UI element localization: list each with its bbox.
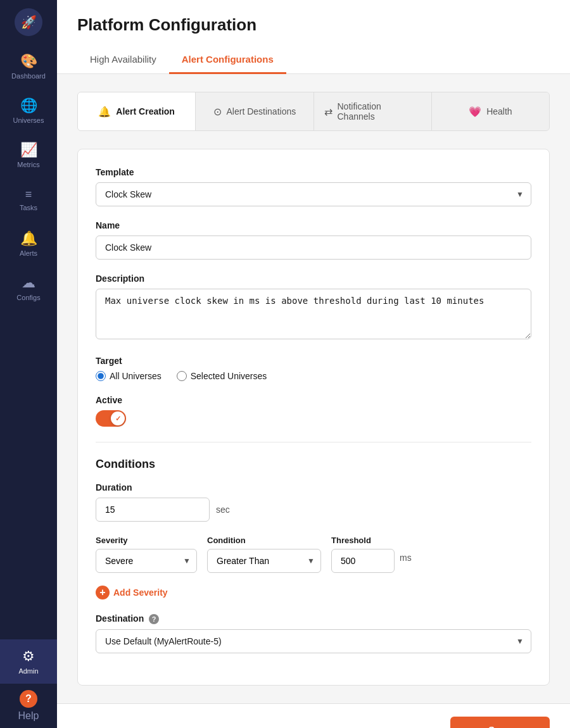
name-label: Name (96, 220, 531, 230)
universes-icon: 🌐 (20, 97, 37, 114)
sidebar-item-configs[interactable]: ☁ Configs (0, 266, 57, 310)
tab-high-availability[interactable]: High Availability (77, 47, 169, 74)
name-group: Name (96, 220, 531, 260)
sidebar-item-label: Alerts (20, 249, 37, 257)
sidebar-item-label: Configs (16, 294, 40, 301)
active-toggle-wrapper: ✓ (96, 410, 531, 427)
add-severity-label: Add Severity (113, 587, 168, 598)
duration-row: sec (96, 498, 531, 522)
tab-alert-creation[interactable]: 🔔 Alert Creation (78, 92, 196, 130)
all-universes-option[interactable]: All Universes (96, 371, 162, 381)
sidebar-item-label: Universes (13, 116, 44, 124)
dashboard-icon: 🎨 (20, 53, 37, 70)
conditions-title: Conditions (96, 458, 531, 471)
notification-channels-icon: ⇄ (324, 106, 332, 118)
threshold-label: Threshold (331, 536, 412, 545)
main-content: Platform Configuration High Availability… (57, 0, 570, 728)
alerts-icon: 🔔 (20, 230, 37, 247)
active-toggle[interactable]: ✓ (96, 410, 126, 427)
tab-alert-destinations[interactable]: ⊙ Alert Destinations (196, 92, 314, 130)
metrics-icon: 📈 (20, 142, 37, 158)
page-footer: Save (57, 703, 570, 728)
severity-select[interactable]: Severe Warning (96, 549, 197, 573)
threshold-col: Threshold ms (331, 536, 412, 573)
destination-group: Destination ? Use Default (MyAlertRoute-… (96, 613, 531, 653)
content-area: 🔔 Alert Creation ⊙ Alert Destinations ⇄ … (57, 74, 570, 703)
template-select[interactable]: Clock Skew (96, 182, 531, 206)
duration-label: Duration (96, 482, 531, 493)
toggle-knob: ✓ (111, 411, 125, 425)
destination-label: Destination ? (96, 613, 531, 624)
sidebar-item-label: Metrics (17, 161, 39, 168)
add-severity-icon: + (96, 586, 110, 599)
sidebar-item-label: Dashboard (11, 72, 46, 80)
selected-universes-radio[interactable] (177, 371, 187, 381)
sidebar-item-dashboard[interactable]: 🎨 Dashboard (0, 44, 57, 89)
template-group: Template Clock Skew ▼ (96, 167, 531, 206)
tab-health[interactable]: 💗 Health (432, 92, 549, 130)
name-input[interactable] (96, 235, 531, 260)
sidebar-item-label: Tasks (20, 204, 37, 211)
toggle-check-icon: ✓ (115, 415, 121, 423)
tab-alert-configurations[interactable]: Alert Configurations (169, 47, 286, 74)
threshold-unit: ms (400, 553, 412, 569)
description-label: Description (96, 273, 531, 284)
page-header: Platform Configuration High Availability… (57, 0, 570, 74)
description-textarea[interactable]: Max universe clock skew in ms is above t… (96, 289, 531, 339)
active-label: Active (96, 395, 531, 405)
target-radio-group: All Universes Selected Universes (96, 371, 531, 381)
destination-info-icon[interactable]: ? (149, 614, 159, 624)
sidebar: 🎨 Dashboard 🌐 Universes 📈 Metrics ≡ Task… (0, 0, 57, 728)
condition-select-wrapper: Greater Than Less Than Equal To ▼ (207, 549, 321, 573)
sidebar-item-tasks[interactable]: ≡ Tasks (0, 177, 57, 222)
sidebar-item-alerts[interactable]: 🔔 Alerts (0, 222, 57, 266)
configs-icon: ☁ (22, 275, 35, 291)
target-group: Target All Universes Selected Universes (96, 356, 531, 381)
sidebar-item-admin[interactable]: ⚙ Admin (0, 639, 57, 684)
destination-select-wrapper: Use Default (MyAlertRoute-5) ▼ (96, 629, 531, 653)
condition-select[interactable]: Greater Than Less Than Equal To (207, 549, 321, 573)
tasks-icon: ≡ (25, 188, 32, 201)
alert-destinations-icon: ⊙ (213, 106, 222, 118)
condition-label: Condition (207, 536, 321, 545)
alert-creation-form: Template Clock Skew ▼ Name Description M… (77, 149, 550, 686)
sidebar-item-label: Admin (18, 667, 38, 675)
sidebar-logo (0, 0, 57, 44)
health-icon: 💗 (469, 106, 481, 118)
admin-icon: ⚙ (22, 648, 35, 665)
add-severity-button[interactable]: + Add Severity (96, 586, 531, 599)
severity-row: Severity Severe Warning ▼ Condition (96, 536, 531, 573)
save-button[interactable]: Save (450, 717, 550, 728)
selected-universes-option[interactable]: Selected Universes (177, 371, 267, 381)
tab-notification-channels[interactable]: ⇄ Notification Channels (314, 92, 432, 130)
help-icon: ? (20, 690, 37, 708)
active-group: Active ✓ (96, 395, 531, 427)
target-label: Target (96, 356, 531, 366)
conditions-section: Conditions Duration sec Severity (96, 458, 531, 653)
alert-creation-icon: 🔔 (98, 106, 111, 118)
template-select-wrapper: Clock Skew ▼ (96, 182, 531, 206)
description-group: Description Max universe clock skew in m… (96, 273, 531, 342)
sidebar-item-metrics[interactable]: 📈 Metrics (0, 133, 57, 177)
threshold-input[interactable] (331, 549, 395, 573)
app-logo[interactable] (15, 8, 42, 36)
duration-input[interactable] (96, 498, 210, 522)
destination-select[interactable]: Use Default (MyAlertRoute-5) (96, 629, 531, 653)
page-title: Platform Configuration (77, 15, 550, 35)
duration-unit: sec (216, 505, 230, 515)
sidebar-item-help[interactable]: ? Help (0, 684, 57, 728)
section-divider (96, 442, 531, 442)
sidebar-item-universes[interactable]: 🌐 Universes (0, 89, 57, 133)
severity-label: Severity (96, 536, 197, 545)
top-tabs: High Availability Alert Configurations (77, 47, 550, 73)
sub-tabs: 🔔 Alert Creation ⊙ Alert Destinations ⇄ … (77, 92, 550, 131)
duration-group: Duration sec (96, 482, 531, 522)
threshold-row: ms (331, 549, 412, 573)
help-label: Help (18, 710, 39, 722)
all-universes-radio[interactable] (96, 371, 106, 381)
template-label: Template (96, 167, 531, 177)
condition-col: Condition Greater Than Less Than Equal T… (207, 536, 321, 573)
severity-col: Severity Severe Warning ▼ (96, 536, 197, 573)
severity-select-wrapper: Severe Warning ▼ (96, 549, 197, 573)
